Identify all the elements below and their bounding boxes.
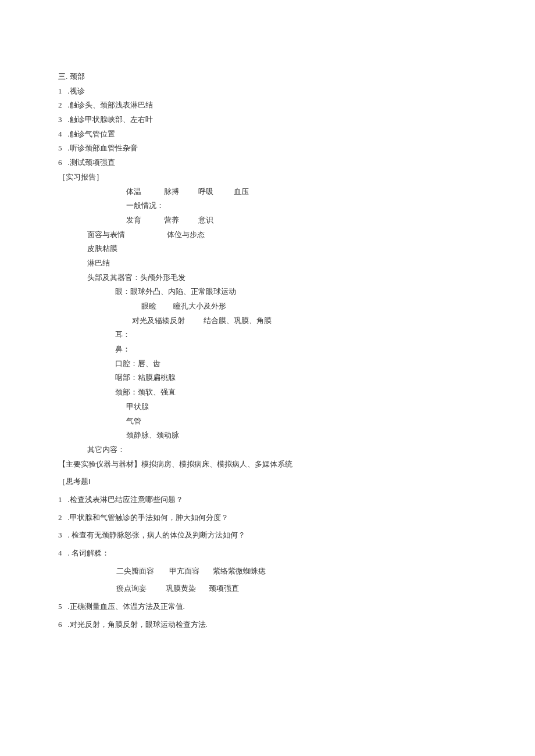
jugular-row: 颈静脉、颈动脉: [58, 428, 477, 443]
general-row: 发育 营养 意识: [58, 213, 477, 228]
section-3-item-2: 2 .触诊头、颈部浅表淋巴结: [58, 98, 477, 113]
num: 2: [58, 513, 62, 522]
section-3-item-3: 3 .触诊甲状腺峡部、左右叶: [58, 113, 477, 127]
nose-row: 鼻：: [58, 342, 477, 357]
face-expr: 面容与表情: [87, 230, 125, 239]
num: 2: [58, 101, 62, 109]
section-3-item-5: 5 .听诊颈部血管性杂音: [58, 141, 477, 156]
pharynx-row: 咽部：粘膜扁桃腺: [58, 371, 477, 385]
general-nutr: 营养: [164, 216, 179, 224]
posture: 体位与步态: [167, 230, 205, 239]
txt: . 名词解糅：: [67, 549, 109, 557]
eyelid: 眼睑: [141, 302, 156, 310]
thyroid-row: 甲状腺: [58, 400, 477, 414]
general-consc: 意识: [198, 216, 213, 224]
ear-row: 耳：: [58, 328, 477, 342]
eye-row-3: 对光及辐辏反射 结合膜、巩膜、角膜: [58, 314, 477, 328]
question-2: 2 .甲状腺和气管触诊的手法如何，肿大如何分度？: [58, 511, 477, 525]
vital-bp: 血压: [234, 187, 249, 196]
term-1c: 紫络紫微蜘蛛痣: [213, 567, 266, 575]
section-3-title: 三. 颈部: [58, 70, 477, 84]
vital-pulse: 脉搏: [164, 187, 179, 196]
trachea-row: 气管: [58, 414, 477, 429]
num: 6: [58, 158, 62, 167]
equipment-row: 【主要实验仪器与器材】模拟病房、模拟病床、模拟病人、多媒体系统: [58, 457, 477, 472]
jugular: 颈静脉、颈动脉: [126, 431, 179, 439]
num: 1: [58, 495, 62, 504]
face-row: 面容与表情 体位与步态: [58, 228, 477, 242]
general-label-text: 一般情况：: [126, 201, 164, 210]
vitals-row: 体温 脉搏 呼吸 血压: [58, 185, 477, 199]
question-1: 1 .检查浅表淋巴结应注意哪些问题？: [58, 493, 477, 507]
txt: .视诊: [67, 87, 84, 95]
mouth-row: 口腔：唇、齿: [58, 357, 477, 371]
skin-row: 皮肤粘膜: [58, 242, 477, 256]
eye-row-2: 眼睑 瞳孔大小及外形: [58, 299, 477, 314]
head-title: 头部及其器官：头颅外形毛发: [58, 271, 477, 285]
txt: .检查浅表淋巴结应注意哪些问题？: [67, 495, 183, 504]
txt: .触诊气管位置: [67, 130, 115, 138]
txt: .正确测量血压、体温方法及正常值.: [67, 602, 185, 611]
term-1b: 甲亢面容: [169, 567, 199, 575]
txt: .听诊颈部血管性杂音: [67, 144, 137, 152]
pupil: 瞳孔大小及外形: [173, 302, 226, 310]
section-3-item-6: 6 .测试颈项强直: [58, 156, 477, 170]
trachea: 气管: [126, 417, 141, 425]
eye1: 眼：眼球外凸、内陷、正常眼球运动: [115, 287, 236, 296]
section-3-item-1: 1 .视诊: [58, 84, 477, 99]
vital-temp: 体温: [126, 187, 141, 196]
questions-heading: ［思考题Ⅰ: [58, 475, 477, 489]
general-dev: 发育: [126, 216, 141, 224]
terms-row-2: 瘀点询妄 巩膜黄染 颈项强直: [58, 582, 477, 596]
lymph-row: 淋巴结: [58, 256, 477, 271]
pharynx: 咽部：粘膜扁桃腺: [115, 373, 176, 382]
term-1a: 二尖瓣面容: [116, 567, 154, 575]
mouth: 口腔：唇、齿: [115, 359, 160, 368]
txt: .触诊头、颈部浅表淋巴结: [67, 101, 152, 109]
num: 4: [58, 549, 62, 557]
txt: . 检查有无颈静脉怒张，病人的体位及判断方法如何？: [67, 531, 245, 539]
num: 5: [58, 144, 62, 152]
num: 4: [58, 130, 62, 138]
general-label: 一般情况：: [58, 199, 477, 213]
num: 3: [58, 115, 62, 124]
question-6: 6 .对光反射，角膜反射，眼球运动检查方法.: [58, 618, 477, 632]
reflex: 对光及辐辏反射: [132, 316, 185, 325]
ear: 耳：: [115, 330, 130, 339]
num: 6: [58, 620, 62, 629]
nose: 鼻：: [115, 345, 130, 353]
membranes: 结合膜、巩膜、角膜: [204, 316, 272, 325]
txt: .触诊甲状腺峡部、左右叶: [67, 115, 152, 124]
terms-row-1: 二尖瓣面容 甲亢面容 紫络紫微蜘蛛痣: [58, 564, 477, 579]
num: 3: [58, 531, 62, 539]
term-2a: 瘀点询妄: [116, 584, 147, 593]
num: 1: [58, 87, 62, 95]
question-5: 5 .正确测量血压、体温方法及正常值.: [58, 600, 477, 614]
neck: 颈部：颈软、强直: [115, 388, 176, 396]
section-3-item-4: 4 .触诊气管位置: [58, 127, 477, 142]
txt: .测试颈项强直: [67, 158, 115, 167]
txt: .甲状腺和气管触诊的手法如何，肿大如何分度？: [67, 513, 228, 522]
question-3: 3 . 检查有无颈静脉怒张，病人的体位及判断方法如何？: [58, 528, 477, 543]
question-4: 4 . 名词解糅：: [58, 546, 477, 561]
vital-resp: 呼吸: [198, 187, 213, 196]
term-2b: 巩膜黄染: [166, 584, 196, 593]
txt: .对光反射，角膜反射，眼球运动检查方法.: [67, 620, 208, 629]
thyroid: 甲状腺: [126, 402, 149, 411]
num: 5: [58, 602, 62, 611]
report-heading: ［实习报告］: [58, 170, 477, 185]
eye-row-1: 眼：眼球外凸、内陷、正常眼球运动: [58, 285, 477, 299]
term-2c: 颈项强直: [209, 584, 239, 593]
other-content: 其它内容：: [58, 443, 477, 457]
neck-row: 颈部：颈软、强直: [58, 385, 477, 400]
